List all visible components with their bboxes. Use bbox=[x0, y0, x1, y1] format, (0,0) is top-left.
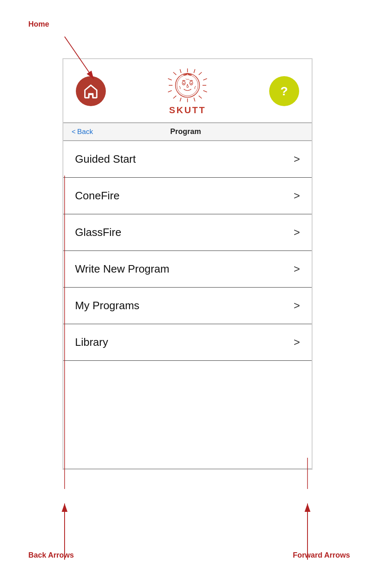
menu-item-write-new-program[interactable]: Write New Program > bbox=[63, 251, 312, 288]
brand-name: SKUTT bbox=[169, 105, 206, 116]
back-button[interactable]: < Back bbox=[72, 128, 93, 136]
menu-item-label: Library bbox=[75, 336, 108, 349]
svg-line-13 bbox=[168, 91, 172, 92]
menu-item-glassfire[interactable]: GlassFire > bbox=[63, 214, 312, 251]
svg-point-21 bbox=[191, 83, 192, 84]
menu-chevron-icon: > bbox=[294, 299, 300, 312]
svg-line-10 bbox=[180, 98, 181, 102]
menu-chevron-icon: > bbox=[294, 336, 300, 349]
home-annotation-label: Home bbox=[28, 20, 49, 29]
empty-content-area bbox=[63, 361, 312, 469]
brand-logo-area: SKUTT bbox=[165, 67, 210, 116]
menu-chevron-icon: > bbox=[294, 189, 300, 202]
home-icon bbox=[83, 83, 99, 99]
svg-point-17 bbox=[177, 75, 198, 96]
menu-item-conefire[interactable]: ConeFire > bbox=[63, 178, 312, 214]
menu-item-label: ConeFire bbox=[75, 189, 120, 202]
svg-line-4 bbox=[173, 72, 176, 75]
svg-line-11 bbox=[194, 98, 195, 102]
menu-item-label: GlassFire bbox=[75, 226, 121, 239]
menu-item-label: Guided Start bbox=[75, 153, 136, 166]
menu-item-label: My Programs bbox=[75, 299, 140, 312]
svg-point-20 bbox=[183, 83, 185, 84]
svg-point-16 bbox=[175, 73, 200, 97]
back-chevron-icon: < bbox=[72, 128, 75, 136]
menu-item-guided-start[interactable]: Guided Start > bbox=[63, 141, 312, 178]
svg-line-15 bbox=[203, 91, 207, 92]
skutt-sun-logo bbox=[165, 67, 210, 104]
svg-line-5 bbox=[199, 96, 202, 98]
nav-title: Program bbox=[93, 127, 278, 136]
help-icon: ? bbox=[280, 84, 288, 98]
menu-chevron-icon: > bbox=[294, 153, 300, 166]
device-frame: SKUTT ? < Back Program Guided Start > Co… bbox=[62, 58, 312, 470]
menu-item-library[interactable]: Library > bbox=[63, 324, 312, 361]
menu-chevron-icon: > bbox=[294, 226, 300, 239]
app-header: SKUTT ? bbox=[63, 59, 312, 123]
menu-item-label: Write New Program bbox=[75, 263, 169, 275]
svg-line-9 bbox=[194, 69, 195, 73]
svg-line-6 bbox=[199, 72, 202, 75]
svg-line-14 bbox=[203, 79, 207, 80]
help-button[interactable]: ? bbox=[269, 76, 299, 106]
svg-line-7 bbox=[173, 96, 176, 98]
menu-chevron-icon: > bbox=[294, 263, 300, 275]
home-button[interactable] bbox=[76, 76, 106, 106]
menu-list: Guided Start > ConeFire > GlassFire > Wr… bbox=[63, 141, 312, 361]
forward-arrows-annotation-label: Forward Arrows bbox=[293, 551, 350, 560]
menu-item-my-programs[interactable]: My Programs > bbox=[63, 288, 312, 324]
svg-line-12 bbox=[168, 79, 172, 80]
back-label: Back bbox=[77, 128, 93, 136]
back-arrows-annotation-label: Back Arrows bbox=[28, 551, 74, 560]
svg-line-8 bbox=[180, 69, 181, 73]
nav-bar: < Back Program bbox=[63, 123, 312, 141]
